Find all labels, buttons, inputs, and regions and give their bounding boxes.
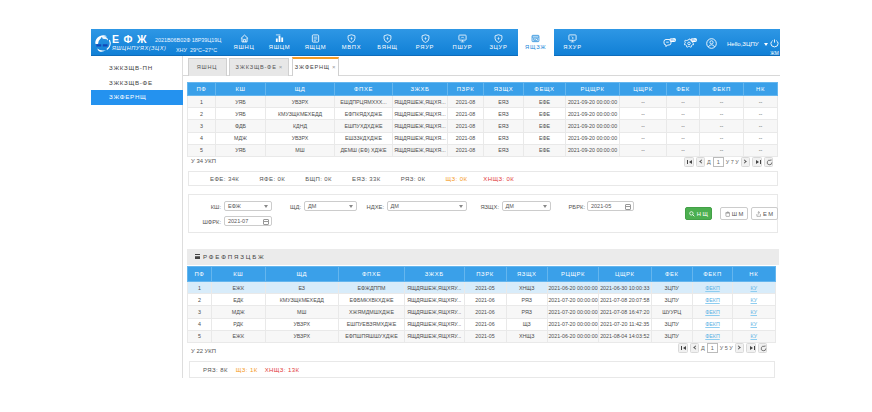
svg-text:99+: 99+	[691, 38, 696, 42]
svg-text:99+: 99+	[670, 38, 675, 42]
